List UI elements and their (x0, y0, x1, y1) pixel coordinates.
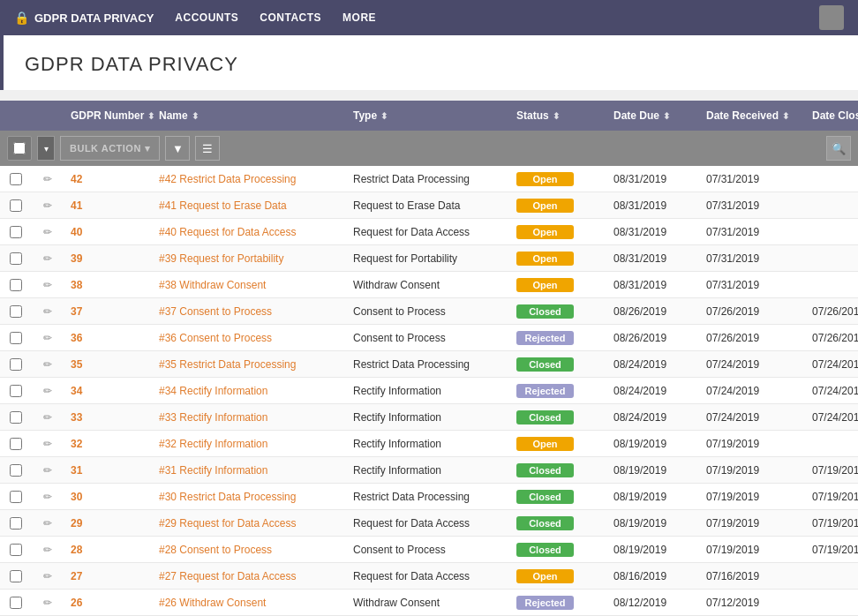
col-header-status[interactable]: Status ⬍ (509, 101, 606, 131)
gdpr-number-link[interactable]: 38 (71, 279, 82, 291)
gdpr-number-link[interactable]: 27 (71, 570, 82, 582)
name-link[interactable]: #42 Restrict Data Processing (159, 173, 296, 185)
row-edit-cell[interactable]: ✏ (32, 301, 64, 322)
row-gdpr-number[interactable]: 30 (64, 486, 152, 507)
sort-icon-gdpr-number[interactable]: ⬍ (147, 111, 154, 121)
name-link[interactable]: #39 Request for Portability (159, 252, 283, 265)
name-link[interactable]: #40 Request for Data Access (159, 226, 296, 238)
row-edit-cell[interactable]: ✏ (32, 592, 64, 613)
row-checkbox[interactable] (10, 544, 22, 556)
row-name[interactable]: #33 Rectify Information (152, 407, 346, 428)
row-checkbox[interactable] (10, 173, 22, 185)
name-link[interactable]: #38 Withdraw Consent (159, 279, 266, 291)
col-header-type[interactable]: Type ⬍ (346, 101, 509, 131)
row-checkbox-cell[interactable] (0, 274, 32, 296)
name-link[interactable]: #30 Restrict Data Processing (159, 491, 296, 503)
row-checkbox[interactable] (10, 332, 22, 344)
row-checkbox[interactable] (10, 252, 22, 265)
row-name[interactable]: #36 Consent to Process (152, 327, 346, 349)
row-edit-cell[interactable]: ✏ (32, 433, 64, 454)
nav-item-more[interactable]: MORE (342, 11, 376, 24)
gdpr-number-link[interactable]: 36 (71, 332, 82, 344)
row-checkbox-cell[interactable] (0, 248, 32, 269)
name-link[interactable]: #29 Request for Data Access (159, 517, 296, 530)
nav-item-accounts[interactable]: ACCOUNTS (175, 11, 238, 24)
nav-item-contacts[interactable]: CONTACTS (260, 11, 321, 24)
row-name[interactable]: #30 Restrict Data Processing (152, 486, 346, 507)
row-edit-cell[interactable]: ✏ (32, 327, 64, 349)
row-edit-cell[interactable]: ✏ (32, 566, 64, 587)
gdpr-number-link[interactable]: 29 (71, 517, 82, 530)
gdpr-number-link[interactable]: 42 (71, 173, 82, 185)
select-all-checkbox[interactable] (7, 136, 32, 161)
gdpr-number-link[interactable]: 40 (71, 226, 82, 238)
edit-icon[interactable]: ✏ (43, 358, 52, 371)
nav-corner-button[interactable] (819, 5, 844, 30)
search-button[interactable]: 🔍 (826, 136, 851, 161)
row-checkbox[interactable] (10, 464, 22, 477)
row-checkbox-cell[interactable] (0, 592, 32, 613)
row-gdpr-number[interactable]: 37 (64, 301, 152, 322)
edit-icon[interactable]: ✏ (43, 411, 52, 424)
edit-icon[interactable]: ✏ (43, 517, 52, 530)
row-name[interactable]: #41 Request to Erase Data (152, 195, 346, 216)
row-checkbox-cell[interactable] (0, 301, 32, 322)
row-edit-cell[interactable]: ✏ (32, 274, 64, 296)
gdpr-number-link[interactable]: 35 (71, 358, 82, 371)
row-checkbox[interactable] (10, 199, 22, 212)
row-edit-cell[interactable]: ✏ (32, 248, 64, 269)
row-name[interactable]: #37 Consent to Process (152, 301, 346, 322)
row-edit-cell[interactable]: ✏ (32, 513, 64, 534)
gdpr-number-link[interactable]: 37 (71, 305, 82, 318)
row-name[interactable]: #40 Request for Data Access (152, 222, 346, 243)
row-checkbox-cell[interactable] (0, 407, 32, 428)
gdpr-number-link[interactable]: 41 (71, 199, 82, 212)
row-name[interactable]: #34 Rectify Information (152, 380, 346, 402)
col-header-gdpr-number[interactable]: GDPR Number ⬍ (64, 101, 152, 131)
row-checkbox[interactable] (10, 491, 22, 503)
row-gdpr-number[interactable]: 42 (64, 169, 152, 190)
name-link[interactable]: #28 Consent to Process (159, 544, 272, 556)
edit-icon[interactable]: ✏ (43, 438, 52, 450)
row-checkbox[interactable] (10, 305, 22, 318)
columns-button[interactable]: ☰ (195, 136, 220, 161)
sort-icon-name[interactable]: ⬍ (192, 111, 199, 121)
edit-icon[interactable]: ✏ (43, 199, 52, 212)
edit-icon[interactable]: ✏ (43, 332, 52, 344)
row-checkbox-cell[interactable] (0, 327, 32, 349)
gdpr-number-link[interactable]: 30 (71, 491, 82, 503)
row-edit-cell[interactable]: ✏ (32, 539, 64, 560)
row-checkbox[interactable] (10, 358, 22, 371)
gdpr-number-link[interactable]: 39 (71, 252, 82, 265)
row-checkbox-cell[interactable] (0, 433, 32, 454)
row-name[interactable]: #35 Restrict Data Processing (152, 354, 346, 375)
gdpr-number-link[interactable]: 31 (71, 464, 82, 477)
row-checkbox[interactable] (10, 517, 22, 530)
name-link[interactable]: #31 Rectify Information (159, 464, 267, 477)
row-name[interactable]: #29 Request for Data Access (152, 513, 346, 534)
gdpr-number-link[interactable]: 26 (71, 597, 82, 609)
row-gdpr-number[interactable]: 41 (64, 195, 152, 216)
sort-icon-status[interactable]: ⬍ (553, 111, 560, 121)
name-link[interactable]: #37 Consent to Process (159, 305, 272, 318)
name-link[interactable]: #27 Request for Data Access (159, 570, 296, 582)
row-checkbox-cell[interactable] (0, 354, 32, 375)
row-checkbox[interactable] (10, 597, 22, 609)
edit-icon[interactable]: ✏ (43, 305, 52, 318)
name-link[interactable]: #41 Request to Erase Data (159, 199, 287, 212)
row-checkbox[interactable] (10, 385, 22, 397)
edit-icon[interactable]: ✏ (43, 385, 52, 397)
edit-icon[interactable]: ✏ (43, 570, 52, 582)
row-name[interactable]: #38 Withdraw Consent (152, 274, 346, 296)
row-name[interactable]: #27 Request for Data Access (152, 566, 346, 587)
edit-icon[interactable]: ✏ (43, 226, 52, 238)
edit-icon[interactable]: ✏ (43, 252, 52, 265)
sort-icon-date-due[interactable]: ⬍ (663, 111, 670, 121)
row-name[interactable]: #26 Withdraw Consent (152, 592, 346, 613)
gdpr-number-link[interactable]: 32 (71, 438, 82, 450)
row-gdpr-number[interactable]: 35 (64, 354, 152, 375)
row-edit-cell[interactable]: ✏ (32, 222, 64, 243)
row-edit-cell[interactable]: ✏ (32, 195, 64, 216)
row-gdpr-number[interactable]: 34 (64, 380, 152, 402)
row-name[interactable]: #39 Request for Portability (152, 248, 346, 269)
